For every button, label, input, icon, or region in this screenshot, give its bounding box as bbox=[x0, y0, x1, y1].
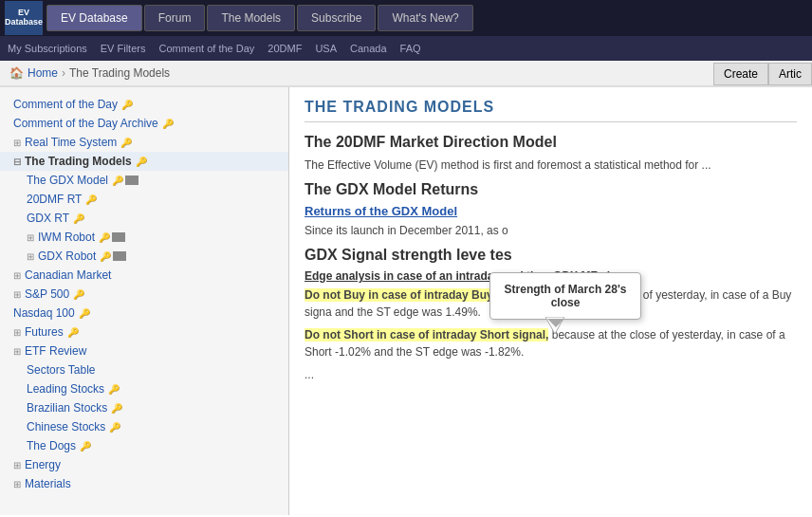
sidebar-item-label: Energy bbox=[25, 458, 61, 471]
nav-tab-subscribe[interactable]: Subscribe bbox=[297, 5, 376, 31]
breadcrumb-home-icon: 🏠 bbox=[9, 66, 24, 80]
section2-title: The GDX Model Returns bbox=[304, 181, 797, 198]
sidebar-item-label: The GDX Model bbox=[27, 174, 108, 187]
sidebar-item-label: 20DMF RT bbox=[27, 193, 82, 206]
nav-tab-forum[interactable]: Forum bbox=[144, 5, 206, 31]
sidebar-item-comment-archive[interactable]: Comment of the Day Archive 🔑 bbox=[0, 114, 288, 133]
key-icon-archive: 🔑 bbox=[162, 119, 174, 129]
sidebar-item-gdx-robot[interactable]: ⊞ GDX Robot 🔑 bbox=[0, 247, 288, 266]
key-icon-models: 🔑 bbox=[136, 157, 147, 167]
tooltip-text: Strength of March 28's close bbox=[505, 283, 627, 309]
section2-desc-text: Since its launch in December 2011, as o bbox=[304, 224, 508, 237]
expand-icon-futures: ⊞ bbox=[13, 327, 21, 338]
sidebar-item-materials[interactable]: ⊞ Materials bbox=[0, 474, 288, 493]
sidebar-item-label: Leading Stocks bbox=[27, 382, 104, 396]
sidebar-item-canadian-market[interactable]: ⊞ Canadian Market bbox=[0, 266, 288, 285]
sidebar-item-gdx-rt[interactable]: GDX RT 🔑 bbox=[0, 209, 288, 228]
sidebar-item-label: Chinese Stocks bbox=[27, 420, 105, 434]
subnav-faq[interactable]: FAQ bbox=[400, 43, 421, 54]
img-icon-gdx bbox=[125, 175, 138, 185]
sidebar-item-label: Real Time System bbox=[25, 136, 117, 149]
sidebar-item-comment-of-day[interactable]: Comment of the Day 🔑 bbox=[0, 95, 288, 114]
sidebar-item-label: ETF Review bbox=[25, 344, 86, 358]
subnav-ev-filters[interactable]: EV Filters bbox=[101, 43, 146, 54]
key-icon-20dmf: 🔑 bbox=[85, 194, 97, 205]
logo: EV Database bbox=[5, 1, 43, 35]
sidebar-item-label: Canadian Market bbox=[25, 268, 111, 282]
key-icon-realtime: 🔑 bbox=[120, 138, 132, 148]
sidebar-item-leading-stocks[interactable]: Leading Stocks 🔑 bbox=[0, 379, 288, 398]
nav-tab-ev-database[interactable]: EV Database bbox=[46, 5, 142, 31]
sidebar-item-real-time[interactable]: ⊞ Real Time System 🔑 bbox=[0, 133, 288, 152]
section3-title-start: GDX Signal strength leve bbox=[304, 247, 486, 263]
section1-title: The 20DMF Market Direction Model bbox=[304, 134, 797, 151]
ellipsis-text: ... bbox=[304, 366, 797, 383]
sidebar-item-label: Comment of the Day Archive bbox=[13, 117, 158, 130]
key-icon-dogs: 🔑 bbox=[80, 441, 91, 452]
section3-title: GDX Signal strength leveltes bbox=[304, 247, 797, 264]
sub-navigation: My Subscriptions EV Filters Comment of t… bbox=[0, 36, 812, 61]
key-icon-brazil: 🔑 bbox=[111, 403, 122, 414]
expand-icon-etf: ⊞ bbox=[13, 346, 21, 357]
key-icon-gdxrt: 🔑 bbox=[73, 213, 84, 224]
sidebar-item-chinese-stocks[interactable]: Chinese Stocks 🔑 bbox=[0, 417, 288, 436]
sidebar-item-20dmf-rt[interactable]: 20DMF RT 🔑 bbox=[0, 190, 288, 209]
expand-icon-sp500: ⊞ bbox=[13, 289, 21, 300]
expand-icon-materials: ⊞ bbox=[13, 479, 21, 489]
key-icon: 🔑 bbox=[121, 100, 133, 110]
sidebar-item-label: The Dogs bbox=[27, 439, 76, 452]
sidebar-item-label: Futures bbox=[25, 325, 64, 339]
expand-icon-gdxrobot: ⊞ bbox=[27, 251, 34, 262]
sidebar-item-label: IWM Robot bbox=[38, 231, 95, 244]
subnav-my-subscriptions[interactable]: My Subscriptions bbox=[8, 43, 87, 54]
sidebar-item-label: GDX RT bbox=[27, 212, 69, 225]
key-icon-iwm: 🔑 bbox=[99, 232, 110, 243]
expand-icon-energy: ⊞ bbox=[13, 460, 21, 471]
sidebar-item-etf-review[interactable]: ⊞ ETF Review bbox=[0, 342, 288, 360]
short-signal-highlight: Do not Short in case of intraday Short s… bbox=[304, 328, 548, 342]
sidebar-item-brazilian-stocks[interactable]: Brazilian Stocks 🔑 bbox=[0, 398, 288, 417]
sidebar-item-gdx-model[interactable]: The GDX Model 🔑 bbox=[0, 171, 288, 190]
subnav-canada[interactable]: Canada bbox=[350, 43, 387, 54]
expand-icon-canada: ⊞ bbox=[13, 270, 21, 281]
breadcrumb: 🏠 Home › The Trading Models bbox=[0, 61, 812, 86]
nav-tab-models[interactable]: The Models bbox=[207, 5, 295, 31]
sidebar-item-label: Materials bbox=[25, 477, 71, 490]
sidebar-item-nasdaq[interactable]: Nasdaq 100 🔑 bbox=[0, 304, 288, 323]
expand-icon: ⊞ bbox=[13, 138, 21, 148]
sidebar-item-futures[interactable]: ⊞ Futures 🔑 bbox=[0, 323, 288, 342]
subnav-usa[interactable]: USA bbox=[315, 43, 337, 54]
img-icon-gdxrobot bbox=[113, 251, 126, 261]
sidebar-item-label: The Trading Models bbox=[25, 155, 132, 168]
sidebar-item-label: Brazilian Stocks bbox=[27, 401, 107, 415]
section2-sub: Returns of the GDX Model bbox=[304, 204, 797, 218]
sidebar-item-sectors-table[interactable]: Sectors Table bbox=[0, 360, 288, 379]
key-icon-leading: 🔑 bbox=[108, 384, 120, 395]
collapse-icon: ⊟ bbox=[13, 157, 21, 167]
sidebar-item-trading-models[interactable]: ⊟ The Trading Models 🔑 bbox=[0, 152, 288, 171]
tooltip-bubble: Strength of March 28's close bbox=[489, 272, 641, 320]
svg-marker-0 bbox=[545, 317, 564, 334]
article-button[interactable]: Artic bbox=[768, 63, 812, 85]
key-icon-gdxrobot: 🔑 bbox=[100, 251, 111, 262]
logo-text: EV Database bbox=[5, 9, 43, 28]
sidebar-item-iwm-robot[interactable]: ⊞ IWM Robot 🔑 bbox=[0, 228, 288, 247]
sidebar: Comment of the Day 🔑 Comment of the Day … bbox=[0, 87, 289, 515]
sidebar-item-the-dogs[interactable]: The Dogs 🔑 bbox=[0, 436, 288, 455]
content-area: THE TRADING MODELS The 20DMF Market Dire… bbox=[289, 87, 812, 515]
tooltip-arrow bbox=[545, 317, 564, 336]
subnav-comment-of-day[interactable]: Comment of the Day bbox=[158, 43, 254, 54]
breadcrumb-sep: › bbox=[62, 66, 65, 80]
sidebar-item-energy[interactable]: ⊞ Energy bbox=[0, 455, 288, 474]
sidebar-item-label: Comment of the Day bbox=[13, 98, 118, 111]
breadcrumb-home-link[interactable]: Home bbox=[28, 66, 58, 80]
subnav-20dmf[interactable]: 20DMF bbox=[268, 43, 302, 54]
top-navigation: EV Database EV Database Forum The Models… bbox=[0, 0, 812, 36]
sidebar-item-label: Sectors Table bbox=[27, 363, 96, 377]
section2-desc: Since its launch in December 2011, as o bbox=[304, 222, 797, 239]
sidebar-item-sp500[interactable]: ⊞ S&P 500 🔑 bbox=[0, 285, 288, 304]
section1-desc: The Effective Volume (EV) method is firs… bbox=[304, 157, 797, 174]
create-button[interactable]: Create bbox=[713, 63, 768, 85]
key-icon-gdx: 🔑 bbox=[112, 175, 123, 186]
nav-tab-whats-new[interactable]: What's New? bbox=[378, 5, 472, 31]
